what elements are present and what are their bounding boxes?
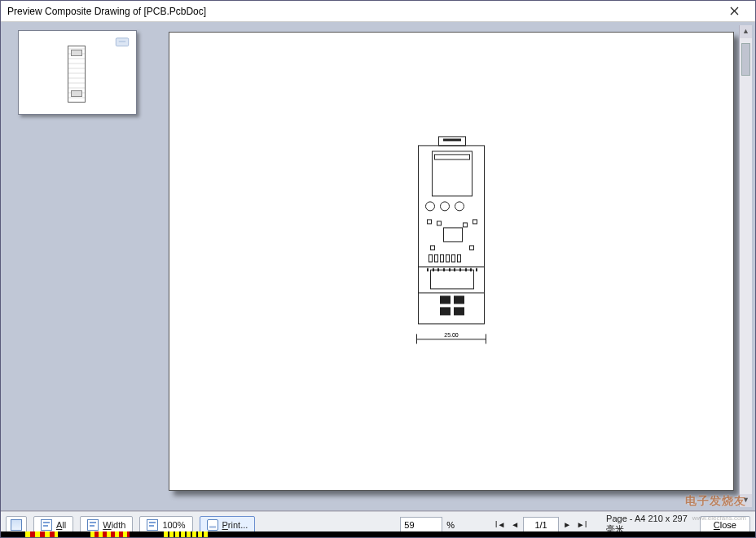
zoom-100-label: 100% (162, 520, 185, 530)
hand-icon (115, 36, 130, 47)
dimension-annotation: 25.00 (416, 334, 486, 343)
page-nav-group: I◄ ◄ ► ►I (494, 517, 588, 533)
percent-label: % (445, 520, 455, 530)
last-page-button[interactable]: ►I (575, 518, 588, 532)
window-title: Preview Composite Drawing of [PCB.PcbDoc… (7, 6, 718, 17)
svg-rect-0 (116, 38, 128, 46)
window-close-button[interactable] (718, 3, 750, 20)
dimension-value: 25.00 (442, 332, 460, 338)
page-thumbnail[interactable] (18, 30, 137, 115)
preview-window: Preview Composite Drawing of [PCB.PcbDoc… (0, 0, 756, 538)
vertical-scrollbar[interactable]: ▲ ▼ (739, 25, 752, 507)
pcb-drawing: 25.00 (418, 145, 485, 332)
first-page-button[interactable]: I◄ (494, 518, 507, 532)
close-icon (730, 7, 739, 15)
thumbnail-pcb-graphic (68, 46, 86, 103)
scroll-thumb[interactable] (741, 43, 750, 76)
page-icon (147, 519, 158, 531)
zoom-group: % (400, 517, 455, 533)
scroll-up-button[interactable]: ▲ (740, 25, 752, 38)
status-strip (1, 531, 755, 537)
titlebar[interactable]: Preview Composite Drawing of [PCB.PcbDoc… (1, 1, 755, 22)
scroll-down-button[interactable]: ▼ (740, 494, 752, 507)
fit-page-icon (11, 519, 22, 531)
print-label: Print... (222, 520, 248, 530)
content-area: 25.00 ▲ ▼ (1, 22, 755, 511)
zoom-width-label: Width (103, 520, 125, 530)
preview-panel[interactable]: 25.00 ▲ ▼ (154, 25, 752, 507)
printer-icon (207, 519, 218, 531)
zoom-input[interactable] (400, 517, 442, 533)
zoom-all-label: All (56, 520, 66, 530)
next-page-button[interactable]: ► (560, 518, 574, 532)
preview-page[interactable]: 25.00 (169, 32, 734, 491)
prev-page-button[interactable]: ◄ (508, 518, 521, 532)
page-icon (87, 519, 99, 531)
page-number-input[interactable] (523, 517, 559, 533)
page-icon (41, 519, 52, 531)
thumbnail-panel (4, 25, 151, 507)
